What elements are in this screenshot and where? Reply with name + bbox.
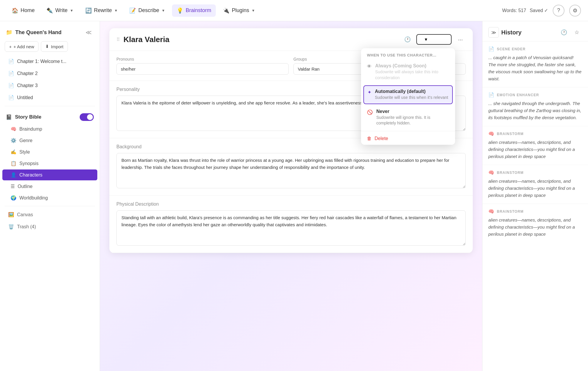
import-label: Import [51, 44, 64, 49]
auto-label: Automatically (default) [375, 89, 449, 94]
history-category-label: BRAINSTORM [497, 171, 524, 175]
worldbuilding-label: Worldbuilding [19, 195, 48, 201]
rewrite-label: Rewrite [94, 7, 112, 14]
history-clock-button[interactable]: 🕐 [559, 27, 569, 38]
add-icon: + [9, 44, 12, 49]
describe-button[interactable]: 📝 Describe ▼ [125, 4, 170, 17]
panel-expand-button[interactable]: ≫ [488, 27, 499, 38]
history-text: alien creatures—names, descriptions, and… [488, 178, 582, 199]
sidebar-item-chapter1[interactable]: 📄 Chapter 1: Welcome t... [2, 56, 97, 67]
rewrite-button[interactable]: 🔄 Rewrite ▼ [81, 4, 123, 17]
sidebar-item-chapter3[interactable]: 📄 Chapter 3 [2, 80, 97, 91]
background-section: Background Born as Martian royalty, Klar… [109, 138, 473, 196]
main-content: ⠿ Klara Valeria 🕐 ▼ ··· Pronouns [100, 21, 482, 371]
history-text: ... caught in a patch of Venusian quicks… [488, 54, 582, 82]
chapter3-label: Chapter 3 [17, 83, 38, 88]
synopsis-label: Synopsis [19, 161, 39, 166]
sidebar-divider1 [5, 106, 95, 106]
dropdown-option-auto[interactable]: ✦ Automatically (default) Sudowrite will… [363, 85, 453, 104]
sidebar-item-outline[interactable]: ☰ Outline [2, 181, 97, 192]
sidebar-item-canvas[interactable]: 🖼️ Canvas [2, 209, 97, 220]
sidebar-collapse-button[interactable]: ≪ [83, 27, 94, 38]
character-card: ⠿ Klara Valeria 🕐 ▼ ··· Pronouns [109, 28, 473, 253]
sidebar-item-style[interactable]: ✍️ Style [2, 147, 97, 157]
help-button[interactable]: ? [553, 5, 564, 16]
history-category: 🧠 BRAINSTORM [488, 209, 582, 214]
history-text: alien creatures—names, descriptions, and… [488, 139, 582, 160]
history-star-button[interactable]: ☆ [572, 27, 582, 38]
plugins-icon: 🔌 [223, 7, 229, 14]
sidebar-item-untitled[interactable]: 📄 Untitled [2, 92, 97, 103]
more-options-button[interactable]: ··· [455, 34, 466, 45]
drag-handle-icon[interactable]: ⠿ [116, 37, 120, 42]
history-category-label: SCENE ENDER [497, 47, 526, 51]
auto-icon: ✦ [368, 89, 371, 95]
add-new-button[interactable]: + + Add new [5, 41, 39, 52]
dropdown-option-never[interactable]: 🚫 Never Sudowrite will ignore this. It i… [361, 105, 455, 130]
chapter1-icon: 📄 [8, 59, 14, 64]
settings-button[interactable]: ⚙ [569, 5, 581, 16]
sidebar-item-genre[interactable]: ⚙️ Genre [2, 135, 97, 146]
dropdown-title: WHEN TO USE THIS CHARACTER... [361, 48, 455, 60]
history-item[interactable]: 🧠 BRAINSTORM alien creatures—names, desc… [482, 165, 588, 204]
auto-desc: Sudowrite will use this when it's releva… [375, 95, 449, 101]
home-button[interactable]: 🏠 Home [7, 4, 39, 17]
history-item[interactable]: 🧠 BRAINSTORM alien creatures—names, desc… [482, 126, 588, 165]
history-item[interactable]: 📄 EMOTION ENHANCER ... she navigated thr… [482, 87, 588, 126]
header-actions: 🕐 ▼ ··· [402, 34, 466, 45]
story-bible-toggle[interactable] [80, 113, 94, 121]
synopsis-icon: 📋 [11, 161, 16, 166]
home-label: Home [21, 7, 35, 14]
chapter1-label: Chapter 1: Welcome t... [17, 59, 66, 64]
history-item[interactable]: 🧠 BRAINSTORM alien creatures—names, desc… [482, 204, 588, 242]
history-category: 📄 SCENE ENDER [488, 46, 582, 52]
history-icon-button[interactable]: 🕐 [402, 34, 413, 45]
write-button[interactable]: ✒️ Write ▼ [42, 4, 78, 17]
untitled-label: Untitled [17, 95, 33, 100]
chapter3-icon: 📄 [8, 83, 14, 88]
sidebar-item-worldbuilding[interactable]: 🌍 Worldbuilding [2, 192, 97, 203]
always-desc: Sudowrite will always take this into con… [375, 69, 449, 81]
canvas-icon: 🖼️ [8, 212, 14, 217]
history-category: 🧠 BRAINSTORM [488, 131, 582, 137]
write-icon: ✒️ [46, 7, 53, 14]
panel-nav: ≫ History [488, 27, 522, 38]
history-category-icon: 📄 [488, 46, 495, 52]
sidebar: 📁 The Queen's Hand ≪ + + Add new ⬇ Impor… [0, 21, 100, 371]
background-textarea[interactable]: Born as Martian royalty, Klara was thrus… [116, 153, 466, 188]
braindump-label: Braindump [19, 127, 42, 132]
sidebar-item-chapter2[interactable]: 📄 Chapter 2 [2, 68, 97, 79]
sidebar-item-synopsis[interactable]: 📋 Synopsis [2, 158, 97, 169]
story-bible-label: Story Bible [15, 114, 41, 120]
chapter2-icon: 📄 [8, 71, 14, 76]
right-panel: ≫ History 🕐 ☆ 📄 SCENE ENDER ... caught i… [482, 21, 588, 371]
genre-label: Genre [19, 138, 32, 143]
sidebar-item-braindump[interactable]: 🧠 Braindump [2, 124, 97, 134]
history-title: History [501, 29, 522, 36]
context-dropdown-button[interactable]: ▼ [416, 34, 452, 45]
physical-title: Physical Description [116, 202, 466, 207]
sidebar-divider2 [5, 206, 95, 206]
pronouns-input[interactable] [116, 63, 289, 75]
sidebar-item-trash[interactable]: 🗑️ Trash (4) [2, 221, 97, 232]
brainstorm-button[interactable]: 💡 Brainstorm [172, 4, 216, 17]
sidebar-header: 📁 The Queen's Hand ≪ [0, 21, 100, 41]
describe-label: Describe [138, 7, 159, 14]
braindump-icon: 🧠 [11, 126, 16, 132]
style-icon: ✍️ [11, 149, 16, 155]
physical-textarea[interactable]: Standing tall with an athletic build, Kl… [116, 210, 466, 246]
history-category-icon: 🧠 [488, 209, 495, 214]
pronouns-field-group: Pronouns [116, 57, 289, 75]
history-item[interactable]: 📄 SCENE ENDER ... caught in a patch of V… [482, 41, 588, 87]
delete-label: Delete [375, 136, 388, 141]
dropdown-option-always[interactable]: 👁 Always (Coming Soon) Sudowrite will al… [361, 60, 455, 84]
delete-character-button[interactable]: 🗑 Delete [361, 132, 455, 145]
import-button[interactable]: ⬇ Import [41, 41, 68, 52]
outline-label: Outline [18, 184, 33, 189]
history-category-label: BRAINSTORM [497, 209, 524, 214]
sidebar-item-characters[interactable]: 👤 Characters [2, 169, 97, 180]
outline-icon: ☰ [11, 184, 15, 189]
plugins-button[interactable]: 🔌 Plugins ▼ [218, 4, 260, 17]
home-icon: 🏠 [12, 7, 18, 14]
history-category-icon: 🧠 [488, 131, 495, 137]
